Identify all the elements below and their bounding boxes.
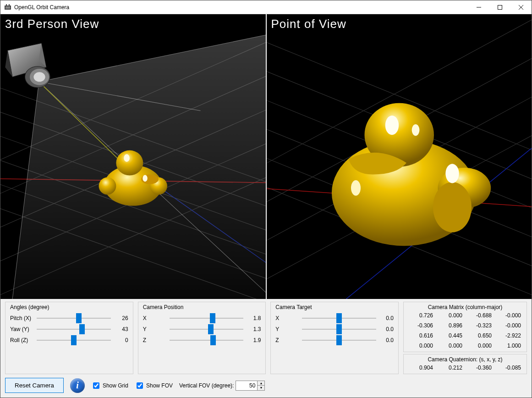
matrix-panel: Camera Matrix (column-major) 0.726 0.000… [403,302,527,374]
slider-tgt-z[interactable] [302,340,376,341]
m22: 0.650 [466,332,494,339]
slider-yaw[interactable] [37,329,111,330]
slider-tgt-x[interactable] [302,318,376,319]
controls-panel: Angles (degree) Pitch (X) 26 Yaw (Y) 43 … [0,299,532,398]
slider-pitch[interactable] [37,318,111,319]
svg-point-33 [143,175,148,182]
value-yaw: 43 [115,326,128,332]
m10: -0.306 [407,322,435,329]
slider-roll[interactable] [37,340,111,341]
svg-point-59 [351,180,360,196]
m00: 0.726 [407,312,435,319]
m03: -0.000 [495,312,523,319]
svg-point-55 [433,182,471,232]
group-camera-quaternion: Camera Quaternion: (s, x, y, z) 0.904 0.… [403,354,527,374]
group-angles: Angles (degree) Pitch (X) 26 Yaw (Y) 43 … [5,302,133,374]
m33: 1.000 [495,343,523,349]
m30: 0.000 [407,343,435,349]
label-camera-matrix: Camera Matrix (column-major) [407,304,523,310]
svg-rect-5 [498,5,502,9]
label-show-fov: Show FOV [146,382,173,389]
svg-rect-1 [5,6,10,9]
label-yaw: Yaw (Y) [10,326,33,332]
label-pos-x: X [143,315,166,321]
duck-model-pov [331,103,490,246]
q-y: -0.360 [466,365,494,371]
value-pitch: 26 [115,315,128,321]
group-label-campos: Camera Position [143,304,261,310]
camera-matrix-grid: 0.726 0.000 -0.688 -0.000 -0.306 0.896 -… [407,312,523,349]
group-camera-matrix: Camera Matrix (column-major) 0.726 0.000… [403,302,527,352]
svg-point-39 [33,72,45,82]
value-pos-y: 1.3 [247,326,261,332]
minimize-button[interactable] [468,0,489,14]
close-button[interactable] [510,0,532,14]
input-vertical-fov[interactable] [236,381,257,390]
svg-point-32 [124,154,130,162]
viewports: 3rd Person View [0,14,532,299]
window-title: OpenGL Orbit Camera [14,4,69,11]
viewport-title-right: Point of View [271,17,346,31]
titlebar: OpenGL Orbit Camera [0,0,532,14]
m20: 0.616 [407,332,435,339]
m31: 0.000 [437,343,464,349]
q-x: 0.212 [437,365,464,371]
fov-step-down[interactable]: ▼ [258,385,264,390]
svg-point-58 [445,164,459,183]
m13: -0.000 [495,322,523,329]
m21: 0.445 [437,332,464,339]
value-tgt-x: 0.0 [380,315,394,321]
checkbox-show-grid-input[interactable] [93,382,99,389]
reset-camera-button[interactable]: Reset Camera [5,378,64,393]
m02: -0.688 [466,312,494,319]
viewport-pov[interactable]: Point of View [266,14,532,299]
m01: 0.000 [437,312,464,319]
viewport-third-person[interactable]: 3rd Person View [0,14,266,299]
svg-point-28 [116,150,143,176]
viewport-title-left: 3rd Person View [5,17,99,31]
group-label-camtgt: Camera Target [275,304,394,310]
label-camera-quaternion: Camera Quaternion: (s, x, y, z) [407,356,523,363]
m11: 0.896 [437,322,464,329]
slider-tgt-y[interactable] [302,329,376,330]
slider-pos-x[interactable] [170,318,244,319]
maximize-button[interactable] [489,0,510,14]
value-pos-z: 1.9 [247,337,261,343]
label-show-grid: Show Grid [103,382,128,389]
group-camera-position: Camera Position X 1.8 Y 1.3 Z 1.9 [138,302,266,374]
checkbox-show-fov-input[interactable] [137,382,143,389]
app-window: OpenGL Orbit Camera 3rd Person View [0,0,532,398]
value-tgt-z: 0.0 [380,337,394,343]
m12: -0.323 [466,322,494,329]
checkbox-show-grid[interactable]: Show Grid [91,381,128,390]
label-tgt-z: Z [275,337,298,343]
svg-point-56 [385,116,398,135]
label-vertical-fov: Vertical FOV (degree): [179,382,234,389]
value-pos-x: 1.8 [247,315,261,321]
q-z: -0.085 [495,365,523,371]
label-tgt-y: Y [275,326,298,332]
info-icon[interactable] [70,378,85,393]
label-pitch: Pitch (X) [10,315,33,321]
fov-step-up[interactable]: ▲ [258,381,264,386]
value-roll: 0 [115,337,128,343]
svg-rect-3 [9,4,10,6]
label-pos-y: Y [143,326,166,332]
m32: 0.000 [466,343,494,349]
q-s: 0.904 [407,365,435,371]
slider-pos-y[interactable] [170,329,244,330]
label-pos-z: Z [143,337,166,343]
app-icon [4,4,11,11]
camera-model [5,43,50,88]
svg-rect-2 [6,4,7,6]
svg-point-29 [99,177,116,195]
group-camera-target: Camera Target X 0.0 Y 0.0 Z 0.0 [270,302,399,374]
slider-pos-z[interactable] [170,340,244,341]
m23: -2.922 [495,332,523,339]
spinner-vertical-fov[interactable]: ▲ ▼ [236,381,265,391]
footer-row: Reset Camera Show Grid Show FOV Vertical… [5,376,527,393]
group-label-angles: Angles (degree) [10,304,128,310]
camera-quaternion-values: 0.904 0.212 -0.360 -0.085 [407,365,523,371]
value-tgt-y: 0.0 [380,326,394,332]
checkbox-show-fov[interactable]: Show FOV [135,381,173,390]
